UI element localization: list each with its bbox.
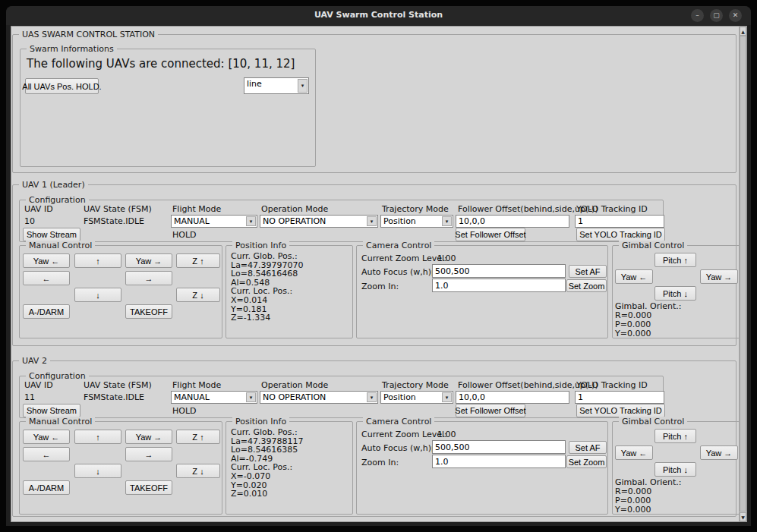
takeoff-button[interactable]: TAKEOFF bbox=[125, 480, 172, 495]
window-title: UAV Swarm Control Station bbox=[6, 10, 751, 20]
show-stream-button[interactable]: Show Stream bbox=[23, 404, 80, 417]
left-button[interactable]: ← bbox=[23, 271, 70, 285]
trajectory-mode-label: Trajectory Mode bbox=[382, 204, 449, 214]
gimbal-yaw-right-button[interactable]: Yaw → bbox=[700, 445, 738, 460]
current-zoom-label: Current Zoom Level: bbox=[361, 430, 447, 439]
z-up-button[interactable]: Z ↑ bbox=[176, 253, 220, 268]
follower-offset-input[interactable] bbox=[456, 215, 569, 228]
set-yolo-tracking-id-button[interactable]: Set YOLO Tracking ID bbox=[576, 404, 665, 417]
arm-disarm-button[interactable]: A-/DARM bbox=[23, 304, 70, 319]
set-follower-offset-button[interactable]: Set Follower Offset bbox=[456, 404, 525, 417]
auto-focus-input[interactable] bbox=[432, 440, 566, 454]
chevron-down-icon[interactable]: ▾ bbox=[367, 392, 377, 402]
yaw-right-button[interactable]: Yaw → bbox=[125, 253, 172, 268]
chevron-down-icon[interactable]: ▾ bbox=[246, 392, 256, 402]
uav-id-value: 11 bbox=[24, 392, 35, 402]
camera-control-groupbox: Camera Control Current Zoom Level: 1.00 … bbox=[356, 245, 608, 338]
trajectory-mode-select[interactable]: Position ▾ bbox=[380, 391, 453, 404]
manual-control-title: Manual Control bbox=[26, 241, 95, 250]
close-icon[interactable]: ✕ bbox=[729, 9, 742, 22]
gimbal-yaw-right-button[interactable]: Yaw → bbox=[700, 269, 738, 284]
chevron-down-icon[interactable]: ▾ bbox=[298, 79, 308, 93]
gimbal-yaw-left-button[interactable]: Yaw ← bbox=[615, 269, 653, 284]
set-yolo-tracking-id-button[interactable]: Set YOLO Tracking ID bbox=[576, 228, 665, 241]
left-button[interactable]: ← bbox=[23, 447, 70, 461]
set-follower-offset-button[interactable]: Set Follower Offset bbox=[456, 228, 525, 241]
pitch-up-button[interactable]: Pitch ↑ bbox=[654, 253, 696, 267]
yaw-left-button[interactable]: Yaw ← bbox=[23, 430, 70, 444]
z-up-button[interactable]: Z ↑ bbox=[176, 430, 220, 444]
takeoff-button[interactable]: TAKEOFF bbox=[125, 304, 172, 319]
manual-control-groupbox: Manual Control Yaw ← ↑ Yaw → Z ↑ ← → ↓ Z… bbox=[19, 245, 222, 338]
formation-select[interactable]: line ▾ bbox=[244, 77, 309, 94]
current-zoom-value: 1.00 bbox=[437, 253, 456, 263]
yaw-right-button[interactable]: Yaw → bbox=[125, 430, 172, 444]
auto-focus-input[interactable] bbox=[432, 264, 566, 278]
loc-z-value: Z=-1.334 bbox=[231, 313, 304, 323]
scroll-down-icon[interactable]: ▼ bbox=[740, 512, 746, 521]
operation-mode-label: Operation Mode bbox=[261, 204, 328, 214]
right-button[interactable]: → bbox=[125, 447, 172, 461]
trajectory-mode-select[interactable]: Position ▾ bbox=[380, 215, 453, 228]
app-window: UAV Swarm Control Station – ▢ ✕ UAS SWAR… bbox=[6, 6, 751, 526]
backward-button[interactable]: ↓ bbox=[74, 464, 121, 478]
set-af-button[interactable]: Set AF bbox=[569, 441, 607, 454]
scrollbar-thumb[interactable] bbox=[740, 36, 746, 512]
titlebar[interactable]: UAV Swarm Control Station – ▢ ✕ bbox=[6, 6, 751, 25]
chevron-down-icon[interactable]: ▾ bbox=[442, 392, 452, 402]
right-button[interactable]: → bbox=[125, 271, 172, 285]
operation-mode-label: Operation Mode bbox=[261, 380, 328, 390]
connected-uavs-text: The following UAVs are connected: [10, 1… bbox=[27, 57, 295, 71]
flight-mode-label: Flight Mode bbox=[172, 380, 221, 390]
uav-id-value: 10 bbox=[24, 216, 35, 226]
chevron-down-icon[interactable]: ▾ bbox=[246, 216, 256, 226]
z-down-button[interactable]: Z ↓ bbox=[176, 288, 220, 302]
show-stream-button[interactable]: Show Stream bbox=[23, 228, 80, 241]
all-uavs-hold-button[interactable]: All UAVs Pos. HOLD. bbox=[25, 78, 99, 94]
swarm-informations-title: Swarm Informations bbox=[27, 44, 117, 54]
backward-button[interactable]: ↓ bbox=[74, 288, 121, 302]
scroll-up-icon[interactable]: ▲ bbox=[740, 27, 746, 36]
flight-mode-select[interactable]: MANUAL ▾ bbox=[171, 215, 257, 228]
loc-x-value: X=-0.070 bbox=[231, 472, 304, 481]
yolo-tracking-id-input[interactable] bbox=[575, 215, 664, 228]
chevron-down-icon[interactable]: ▾ bbox=[442, 216, 452, 226]
zoom-in-input[interactable] bbox=[432, 455, 566, 468]
chevron-down-icon[interactable]: ▾ bbox=[367, 216, 377, 226]
maximize-icon[interactable]: ▢ bbox=[710, 9, 723, 22]
trajectory-mode-label: Trajectory Mode bbox=[382, 380, 449, 390]
uav-state-value: FSMState.IDLE bbox=[84, 392, 144, 402]
operation-mode-select[interactable]: NO OPERATION ▾ bbox=[260, 215, 378, 228]
vertical-scrollbar[interactable]: ▲ ▼ bbox=[739, 27, 746, 521]
flight-mode-select[interactable]: MANUAL ▾ bbox=[171, 391, 257, 404]
swarm-informations-groupbox: Swarm Informations The following UAVs ar… bbox=[20, 49, 316, 167]
minimize-icon[interactable]: – bbox=[691, 9, 704, 22]
position-info-groupbox: Position Info Curr. Glob. Pos.: La=47.39… bbox=[226, 421, 353, 515]
hold-state-value: HOLD bbox=[172, 230, 197, 240]
configuration-groupbox: Configuration UAV ID UAV State (FSM) Fli… bbox=[19, 200, 664, 242]
pitch-down-button[interactable]: Pitch ↓ bbox=[654, 462, 696, 477]
forward-button[interactable]: ↑ bbox=[74, 253, 121, 268]
set-zoom-button[interactable]: Set Zoom bbox=[566, 455, 607, 468]
glob-pos-label: Curr. Glob. Pos.: bbox=[231, 252, 304, 261]
operation-mode-select[interactable]: NO OPERATION ▾ bbox=[260, 391, 378, 404]
uav-id-label: UAV ID bbox=[24, 204, 53, 214]
forward-button[interactable]: ↑ bbox=[74, 430, 121, 444]
pitch-up-button[interactable]: Pitch ↑ bbox=[654, 429, 696, 443]
client-area: UAS SWARM CONTROL STATION Swarm Informat… bbox=[6, 25, 751, 526]
arm-disarm-button[interactable]: A-/DARM bbox=[23, 480, 70, 495]
set-af-button[interactable]: Set AF bbox=[569, 265, 607, 278]
follower-offset-input[interactable] bbox=[456, 391, 569, 404]
pitch-down-button[interactable]: Pitch ↓ bbox=[654, 286, 696, 301]
uav-panel: UAV 2 Configuration UAV ID UAV State (FS… bbox=[12, 360, 736, 517]
zoom-in-input[interactable] bbox=[432, 279, 566, 292]
uas-swarm-groupbox: UAS SWARM CONTROL STATION Swarm Informat… bbox=[12, 34, 736, 173]
yolo-tracking-id-input[interactable] bbox=[575, 391, 664, 404]
yaw-left-button[interactable]: Yaw ← bbox=[23, 253, 70, 268]
gimbal-control-groupbox: Gimbal Control Pitch ↑ Yaw ← Yaw → Pitch… bbox=[612, 245, 741, 338]
uav-state-label: UAV State (FSM) bbox=[84, 380, 152, 390]
z-down-button[interactable]: Z ↓ bbox=[176, 464, 220, 478]
gimbal-yaw-left-button[interactable]: Yaw ← bbox=[615, 445, 653, 460]
set-zoom-button[interactable]: Set Zoom bbox=[566, 279, 607, 292]
manual-control-groupbox: Manual Control Yaw ← ↑ Yaw → Z ↑ ← → ↓ Z… bbox=[19, 421, 222, 515]
